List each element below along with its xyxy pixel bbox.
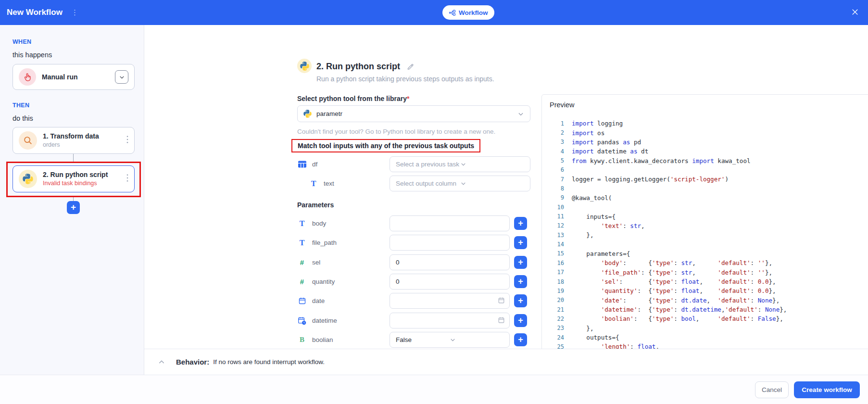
- code-line: 5 from kywy.client.kawa_decorators impor…: [542, 156, 868, 165]
- kebab-menu-icon[interactable]: [126, 174, 128, 184]
- title-bar: New Workflow ⋮ Workflow: [0, 0, 868, 25]
- param-name: datetime: [312, 317, 337, 324]
- calendar-icon[interactable]: [498, 297, 505, 306]
- task-card-2[interactable]: 2. Run python script Invalid task bindin…: [13, 165, 135, 192]
- code-line: 20 'date': {'type': dt.date, 'default': …: [542, 296, 868, 305]
- code-editor[interactable]: 1 import logging 2 import os 3 import pa…: [542, 119, 868, 358]
- param-row-datetime: datetime +: [297, 313, 527, 328]
- edit-pencil-icon[interactable]: [406, 63, 415, 73]
- binding-select-df[interactable]: Select a previous task: [390, 156, 530, 172]
- add-value-button[interactable]: +: [514, 333, 527, 346]
- number-icon: #: [297, 258, 307, 266]
- trigger-chevron-down-button[interactable]: [115, 70, 128, 84]
- line-number: 20: [542, 297, 564, 303]
- code-line: 15 parameters={: [542, 249, 868, 258]
- text-icon: T: [297, 219, 307, 228]
- code-line: 10: [542, 202, 868, 212]
- tool-help-text: Couldn't find your tool? Go to Python to…: [297, 128, 495, 135]
- trigger-card-manual-run[interactable]: Manual run: [13, 64, 135, 90]
- param-name: boolian: [312, 336, 333, 343]
- binding-name: df: [312, 161, 317, 168]
- param-row-sel: # sel +: [297, 254, 527, 270]
- boolean-icon: B: [297, 336, 307, 344]
- code-line: 1 import logging: [542, 119, 868, 128]
- param-input-body[interactable]: [390, 215, 510, 231]
- code-line: 7 logger = logging.getLogger('script-log…: [542, 175, 868, 184]
- calendar-icon[interactable]: [498, 316, 505, 326]
- step-description: Run a python script taking previous step…: [316, 75, 494, 83]
- python-icon: [303, 110, 312, 118]
- workflow-title: New Workflow: [7, 8, 63, 17]
- binding-select-text[interactable]: Select output column: [390, 176, 530, 191]
- workflow-badge[interactable]: Workflow: [442, 5, 494, 20]
- code-line: 11 inputs={: [542, 212, 868, 221]
- task-card-1[interactable]: 1. Transform data orders: [13, 127, 135, 154]
- line-number: 11: [542, 213, 564, 220]
- line-number: 24: [542, 334, 564, 341]
- code-preview-panel: Preview 1 import logging 2 import os 3 i…: [541, 94, 868, 366]
- line-number: 18: [542, 278, 564, 285]
- binding-placeholder: Select output column: [396, 180, 460, 187]
- add-value-button[interactable]: +: [514, 256, 527, 269]
- when-label: WHEN: [13, 38, 31, 45]
- line-number: 23: [542, 325, 564, 331]
- code-line: 22 'boolian': {'type': bool, 'default': …: [542, 314, 868, 323]
- add-value-button[interactable]: +: [514, 314, 527, 327]
- add-value-button[interactable]: +: [514, 236, 527, 249]
- preview-title: Preview: [550, 101, 575, 109]
- param-input-date[interactable]: [390, 293, 510, 309]
- binding-placeholder: Select a previous task: [396, 161, 460, 168]
- add-value-button[interactable]: +: [514, 217, 527, 230]
- trigger-label: Manual run: [42, 73, 115, 82]
- chevron-up-icon[interactable]: [158, 358, 165, 366]
- line-number: 9: [542, 194, 564, 201]
- code-line: 19 'quantity': {'type': float, 'default'…: [542, 286, 868, 295]
- required-asterisk: *: [407, 95, 409, 102]
- code-line: 3 import pandas as pd: [542, 138, 868, 147]
- code-line: 13 },: [542, 230, 868, 240]
- line-number: 3: [542, 139, 564, 145]
- code-line: 9 @kawa_tool(: [542, 193, 868, 202]
- param-name: sel: [312, 259, 320, 266]
- create-workflow-button[interactable]: Create workflow: [794, 381, 860, 398]
- param-select-boolian[interactable]: False: [390, 332, 510, 348]
- close-icon[interactable]: [851, 8, 860, 17]
- line-number: 6: [542, 166, 564, 173]
- workflow-sidebar: WHEN this happens Manual run THEN do thi…: [0, 25, 144, 375]
- param-row-quantity: # quantity +: [297, 274, 527, 290]
- chevron-down-icon: [450, 337, 503, 343]
- param-name: date: [312, 297, 325, 304]
- behavior-text: If no rows are found interrupt workflow.: [213, 358, 325, 366]
- kebab-menu-icon[interactable]: ⋮: [71, 8, 78, 17]
- cancel-button[interactable]: Cancel: [755, 381, 789, 398]
- add-task-button[interactable]: +: [67, 201, 80, 214]
- param-row-date: date +: [297, 293, 527, 309]
- line-number: 1: [542, 120, 564, 127]
- param-input-datetime[interactable]: [390, 313, 510, 328]
- line-number: 5: [542, 157, 564, 164]
- manual-run-icon: [19, 68, 36, 86]
- code-line: 24 outputs={: [542, 333, 868, 342]
- then-subtitle: do this: [13, 114, 33, 122]
- table-icon: [297, 160, 307, 168]
- add-value-button[interactable]: +: [514, 294, 527, 307]
- task-subtitle: Invalid task bindings: [43, 179, 126, 187]
- param-row-file_path: T file_path +: [297, 235, 527, 251]
- behavior-bar: Behavior: If no rows are found interrupt…: [144, 349, 868, 375]
- kebab-menu-icon[interactable]: [126, 136, 128, 145]
- python-tool-select[interactable]: parametr: [297, 105, 530, 122]
- chevron-down-icon: [460, 161, 525, 167]
- param-input-quantity[interactable]: [390, 274, 510, 290]
- footer-bar: Cancel Create workflow: [0, 375, 868, 404]
- code-line: 21 'datetime': {'type': dt.datetime,'def…: [542, 305, 868, 314]
- then-label: THEN: [13, 102, 29, 109]
- add-value-button[interactable]: +: [514, 275, 527, 288]
- behavior-label: Behavior:: [176, 358, 209, 366]
- code-line: 23 },: [542, 324, 868, 333]
- number-icon: #: [297, 278, 307, 286]
- param-select-value: False: [396, 336, 450, 343]
- code-line: 2 import os: [542, 128, 868, 137]
- task-config-panel: 2. Run python script Run a python script…: [144, 25, 868, 349]
- param-input-file_path[interactable]: [390, 235, 510, 251]
- param-input-sel[interactable]: [390, 254, 510, 270]
